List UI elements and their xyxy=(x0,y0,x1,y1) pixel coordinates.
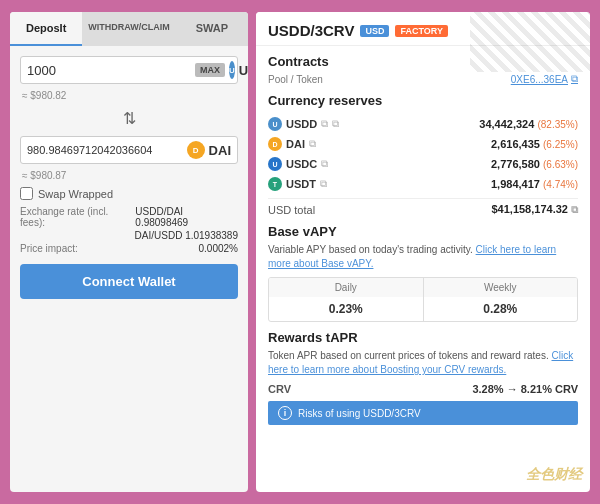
input2-token: DAI xyxy=(209,143,231,158)
swap-wrapped-label: Swap Wrapped xyxy=(38,188,113,200)
pool-row: Pool / Token 0XE6...36EA ⧉ xyxy=(268,73,578,85)
swap-wrapped-checkbox[interactable] xyxy=(20,187,33,200)
left-body: 1000 MAX U USDD ≈ $980.82 ⇅ 980.98469712… xyxy=(10,46,248,492)
dai-icon: D xyxy=(187,141,205,159)
usd-total-label: USD total xyxy=(268,204,315,216)
max-button[interactable]: MAX xyxy=(195,63,225,77)
exchange-val2: DAI/USDD 1.01938389 xyxy=(135,230,238,241)
pool-label: Pool / Token xyxy=(268,74,323,85)
currency-row-dai: D DAI ⧉ 2,616,435 (6.25%) xyxy=(268,134,578,154)
currency-row-usdd: U USDD ⧉ ⧉ 34,442,324 (82.35%) xyxy=(268,114,578,134)
tab-swap[interactable]: SWAP xyxy=(176,12,248,46)
right-body: Contracts Pool / Token 0XE6...36EA ⧉ Cur… xyxy=(256,46,590,492)
impact-row: Price impact: 0.0002% xyxy=(20,243,238,254)
currency-name-usdc: USDC xyxy=(286,158,317,170)
rate-section: Exchange rate (incl. fees): USDD/DAI 0.9… xyxy=(20,206,238,254)
currency-row-usdt: T USDT ⧉ 1,984,417 (4.74%) xyxy=(268,174,578,194)
badge-usd: USD xyxy=(360,25,389,37)
exchange-val1: USDD/DAI 0.98098469 xyxy=(135,206,238,228)
vapy-table-body: 0.23% 0.28% xyxy=(269,297,577,321)
usdc-pct: (6.63%) xyxy=(543,159,578,170)
risks-label: Risks of using USDD/3CRV xyxy=(298,408,421,419)
rewards-desc: Token APR based on current prices of tok… xyxy=(268,349,578,377)
exchange-label: Exchange rate (incl. fees): xyxy=(20,206,135,228)
vapy-title: Base vAPY xyxy=(268,224,578,239)
dai-token-icon: D xyxy=(268,137,282,151)
usdd-icon: U xyxy=(229,61,235,79)
badge-factory: FACTORY xyxy=(395,25,448,37)
vapy-section: Base vAPY Variable APY based on today's … xyxy=(268,224,578,322)
usdd-token-icon: U xyxy=(268,117,282,131)
usdd-pct: (82.35%) xyxy=(537,119,578,130)
swap-arrow[interactable]: ⇅ xyxy=(20,107,238,130)
tabs: DeposIt WITHDRAW/CLAIM SWAP xyxy=(10,12,248,46)
copy-icon: ⧉ xyxy=(571,73,578,85)
impact-label: Price impact: xyxy=(20,243,78,254)
pool-link[interactable]: 0XE6...36EA ⧉ xyxy=(511,73,578,85)
vapy-table-header: Daily Weekly xyxy=(269,278,577,297)
usd-total-value: $41,158,174.32 ⧉ xyxy=(491,203,578,216)
dai-amount: 2,616,435 xyxy=(491,138,540,150)
vapy-table: Daily Weekly 0.23% 0.28% xyxy=(268,277,578,322)
input1-token: USDD xyxy=(239,63,248,78)
vapy-val-daily: 0.23% xyxy=(269,297,424,321)
usd-total-row: USD total $41,158,174.32 ⧉ xyxy=(268,198,578,216)
rate-row2: DAI/USDD 1.01938389 xyxy=(20,230,238,241)
input1-sub: ≈ $980.82 xyxy=(20,90,238,101)
currency-title: Currency reserves xyxy=(268,93,578,108)
main-container: DeposIt WITHDRAW/CLAIM SWAP 1000 MAX U U… xyxy=(10,12,590,492)
currency-name-usdd: USDD xyxy=(286,118,317,130)
currency-name-dai: DAI xyxy=(286,138,305,150)
tab-withdraw[interactable]: WITHDRAW/CLAIM xyxy=(82,12,175,46)
usdc-amount: 2,776,580 xyxy=(491,158,540,170)
vapy-col-daily: Daily xyxy=(269,278,424,297)
crv-token-label: CRV xyxy=(268,383,291,395)
usdt-amount: 1,984,417 xyxy=(491,178,540,190)
connect-wallet-button[interactable]: Connect Wallet xyxy=(20,264,238,299)
pool-title: USDD/3CRV xyxy=(268,22,354,39)
rewards-section: Rewards tAPR Token APR based on current … xyxy=(268,330,578,425)
usdd-link-icon[interactable]: ⧉ xyxy=(332,118,339,130)
impact-value: 0.0002% xyxy=(199,243,238,254)
crv-rewards-row: CRV 3.28% → 8.21% CRV xyxy=(268,383,578,395)
input1-field[interactable]: 1000 xyxy=(27,63,195,78)
right-panel: USDD/3CRV USD FACTORY Contracts Pool / T… xyxy=(256,12,590,492)
dai-copy-icon[interactable]: ⧉ xyxy=(309,138,316,150)
vapy-val-weekly: 0.28% xyxy=(424,297,578,321)
diagonal-bg xyxy=(470,12,590,72)
watermark: 全色财经 xyxy=(526,466,582,484)
currency-row-usdc: U USDC ⧉ 2,776,580 (6.63%) xyxy=(268,154,578,174)
input2-field[interactable]: 980.98469712042036604 xyxy=(27,144,187,156)
usdc-copy-icon[interactable]: ⧉ xyxy=(321,158,328,170)
tab-deposit[interactable]: DeposIt xyxy=(10,12,82,46)
usdd-amount: 34,442,324 xyxy=(479,118,534,130)
usdt-copy-icon[interactable]: ⧉ xyxy=(320,178,327,190)
vapy-col-weekly: Weekly xyxy=(424,278,578,297)
vapy-desc: Variable APY based on today's trading ac… xyxy=(268,243,578,271)
rewards-title: Rewards tAPR xyxy=(268,330,578,345)
diagonal-lines-decor xyxy=(470,12,590,72)
rate-row1: Exchange rate (incl. fees): USDD/DAI 0.9… xyxy=(20,206,238,228)
crv-rewards-value: 3.28% → 8.21% CRV xyxy=(472,383,578,395)
dai-pct: (6.25%) xyxy=(543,139,578,150)
input2-sub: ≈ $980.87 xyxy=(20,170,238,181)
input2-row: 980.98469712042036604 D DAI xyxy=(20,136,238,164)
right-header: USDD/3CRV USD FACTORY xyxy=(256,12,590,46)
total-copy-icon[interactable]: ⧉ xyxy=(571,204,578,215)
left-panel: DeposIt WITHDRAW/CLAIM SWAP 1000 MAX U U… xyxy=(10,12,248,492)
usdt-pct: (4.74%) xyxy=(543,179,578,190)
currency-name-usdt: USDT xyxy=(286,178,316,190)
usdd-copy-icon[interactable]: ⧉ xyxy=(321,118,328,130)
usdt-token-icon: T xyxy=(268,177,282,191)
usdc-token-icon: U xyxy=(268,157,282,171)
info-icon: i xyxy=(278,406,292,420)
risks-bar[interactable]: i Risks of using USDD/3CRV xyxy=(268,401,578,425)
input1-row: 1000 MAX U USDD xyxy=(20,56,238,84)
swap-wrapped-row: Swap Wrapped xyxy=(20,187,238,200)
